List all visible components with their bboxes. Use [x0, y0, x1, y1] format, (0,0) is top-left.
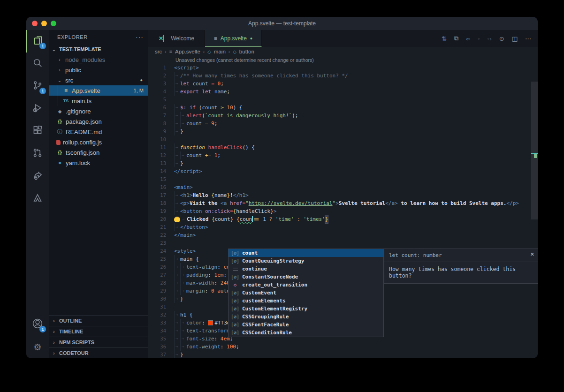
- code-line-22[interactable]: 22</main>: [148, 231, 538, 239]
- suggest-item-cssfontfacerule[interactable]: [∅]CSSFontFaceRule: [229, 321, 383, 329]
- code-line-8[interactable]: 8→→count = 9;: [148, 120, 538, 128]
- tree-item-package-json[interactable]: {}package.json: [49, 116, 148, 127]
- code-line-16[interactable]: 16<main>: [148, 183, 538, 191]
- code-line-21[interactable]: 21→</button>: [148, 223, 538, 231]
- tab-welcome[interactable]: ✕▏Welcome: [148, 30, 205, 47]
- tree-item-src[interactable]: ⌄src●: [49, 75, 148, 85]
- sidebar-panel-label: TIMELINE: [59, 329, 83, 334]
- code-line-6[interactable]: 6→$: if (count ≥ 10) {: [148, 104, 538, 112]
- suggest-item-cssconditionrule[interactable]: [∅]CSSConditionRule: [229, 329, 383, 337]
- code-line-37[interactable]: 37→}: [148, 351, 538, 358]
- suggest-docs-description: How many times has someone clicked this …: [384, 262, 538, 283]
- tree-item--gitignore[interactable]: ◆.gitignore: [49, 106, 148, 116]
- tab-app-svelte[interactable]: ≡App.svelte●: [205, 30, 262, 47]
- code-line-7[interactable]: 7→→alert(`count is dangerously high!`);: [148, 112, 538, 120]
- tree-item-label: main.ts: [72, 98, 91, 105]
- suggest-item-create_out_transition[interactable]: ◇create_out_transition: [229, 281, 383, 289]
- vertical-scrollbar[interactable]: [531, 82, 538, 219]
- suggest-item-customelements[interactable]: [∅]customElements: [229, 297, 383, 305]
- suggest-item-count[interactable]: [∅]count: [229, 249, 383, 257]
- suggest-item-customevent[interactable]: [∅]CustomEvent: [229, 289, 383, 297]
- code-line-17[interactable]: 17→<h1>Hello {name}!</h1>: [148, 191, 538, 199]
- code-line-13[interactable]: 13→}: [148, 159, 538, 167]
- close-icon[interactable]: ✕: [530, 251, 534, 257]
- activity-item-search[interactable]: [26, 53, 49, 75]
- tree-item-readme-md[interactable]: ⓘREADME.md: [49, 127, 148, 137]
- breadcrumb: src›≡App.svelte›◇main›◇button: [148, 47, 538, 56]
- workspace-section-header[interactable]: ⌄ TEST-TEMPLATE: [49, 44, 148, 54]
- line-number: 22: [148, 231, 166, 239]
- suggest-item-constantsourcenode[interactable]: [∅]ConstantSourceNode: [229, 273, 383, 281]
- current-change-icon[interactable]: ◦: [478, 35, 480, 42]
- sidebar-panel-timeline[interactable]: ›TIMELINE: [49, 326, 148, 337]
- tree-item-label: package.json: [66, 118, 102, 125]
- tree-item-main-ts[interactable]: TSmain.ts: [49, 96, 148, 106]
- code-line-20[interactable]: 20→Clicked {count} {coun≡ 1 ? 'time' : '…: [148, 215, 538, 223]
- file-history-icon[interactable]: ⊙: [499, 35, 504, 42]
- github-pull-requests-icon: [32, 148, 43, 160]
- code-line-10[interactable]: 10: [148, 136, 538, 143]
- code-line-12[interactable]: 12→→count += 1;: [148, 151, 538, 159]
- suggest-item-cssgroupingrule[interactable]: [∅]CSSGroupingRule: [229, 313, 383, 321]
- breadcrumb-item[interactable]: button: [239, 49, 254, 54]
- toggle-inline-diff-icon[interactable]: ⇅: [442, 35, 447, 42]
- vscode-window: App.svelte — test-template 111⚙ EXPLORER…: [26, 17, 538, 358]
- zoom-window-button[interactable]: [51, 21, 56, 26]
- sidebar-panel-codetour[interactable]: ›CODETOUR: [49, 347, 148, 358]
- code-line-36[interactable]: 36→→font-weight: 100;: [148, 343, 538, 351]
- sidebar-panel-npm-scripts[interactable]: ›NPM SCRIPTS: [49, 337, 148, 347]
- tree-item-tsconfig-json[interactable]: {}tsconfig.json: [49, 147, 148, 158]
- line-number: 10: [148, 136, 166, 143]
- lightbulb-icon[interactable]: [174, 217, 180, 222]
- activity-item-github-pull-requests[interactable]: [26, 143, 49, 165]
- tree-item-yarn-lock[interactable]: ●yarn.lock: [49, 158, 148, 168]
- open-changes-icon[interactable]: ⧉: [454, 35, 458, 42]
- code-line-9[interactable]: 9→}: [148, 128, 538, 136]
- code-line-23[interactable]: 23: [148, 239, 538, 247]
- activity-item-explorer[interactable]: 1: [26, 30, 49, 53]
- code-editor[interactable]: Unsaved changes (cannot determine recent…: [148, 56, 538, 358]
- tab-whitespace: →: [174, 223, 180, 231]
- tree-item-node-modules[interactable]: ›node_modules: [49, 54, 148, 65]
- breadcrumb-item[interactable]: App.svelte: [175, 49, 200, 54]
- code-line-18[interactable]: 18→<p>Visit the <a href="https://svelte.…: [148, 199, 538, 207]
- tree-item-rollup-config-js[interactable]: rollup.config.js: [49, 137, 148, 147]
- activity-item-source-control[interactable]: 1: [26, 75, 49, 98]
- activity-item-azure[interactable]: [26, 188, 49, 210]
- code-line-14[interactable]: 14</script>: [148, 167, 538, 175]
- breadcrumb-item[interactable]: src: [155, 49, 162, 54]
- screen: App.svelte — test-template 111⚙ EXPLORER…: [0, 0, 564, 392]
- suggest-item-continue[interactable]: continue: [229, 265, 383, 273]
- activity-item-extensions[interactable]: [26, 120, 49, 143]
- azure-icon: [32, 193, 43, 205]
- code-line-19[interactable]: 19→<button on:click={handleClick}>: [148, 207, 538, 215]
- suggest-item-customelementregistry[interactable]: [∅]CustomElementRegistry: [229, 305, 383, 313]
- gitlens-blame-annotation: Unsaved changes (cannot determine recent…: [148, 56, 538, 64]
- code-line-4[interactable]: 4→export let name;: [148, 88, 538, 96]
- tree-item-app-svelte[interactable]: ≡App.svelte1, M: [49, 85, 148, 96]
- code-line-5[interactable]: 5: [148, 96, 538, 104]
- code-line-3[interactable]: 3→let count = 0;: [148, 80, 538, 88]
- explorer-more-actions-icon[interactable]: ···: [136, 33, 144, 41]
- minimize-window-button[interactable]: [41, 21, 47, 26]
- close-window-button[interactable]: [32, 21, 38, 26]
- previous-change-icon[interactable]: ‹◦: [466, 35, 470, 42]
- split-editor-icon[interactable]: ◫: [512, 35, 518, 42]
- breadcrumb-item[interactable]: main: [214, 49, 226, 54]
- code-line-1[interactable]: 1<script>: [148, 64, 538, 72]
- suggest-item-countqueuingstrategy[interactable]: [∅]CountQueuingStrategy: [229, 257, 383, 265]
- tab-whitespace: →: [180, 335, 186, 343]
- code-line-11[interactable]: 11→function handleClick() {: [148, 143, 538, 151]
- code-line-2[interactable]: 2→/** How many times has someone clicked…: [148, 72, 538, 80]
- activity-item-run-debug[interactable]: [26, 98, 49, 120]
- activity-item-account[interactable]: 1: [26, 313, 49, 336]
- keyword-icon: [233, 267, 238, 271]
- more-actions-icon[interactable]: ⋯: [525, 35, 531, 42]
- activity-item-settings-gear[interactable]: ⚙: [26, 336, 49, 358]
- activity-item-live-share[interactable]: [26, 165, 49, 188]
- next-change-icon[interactable]: ◦›: [488, 35, 492, 42]
- sidebar-panel-outline[interactable]: ›OUTLINE: [49, 315, 148, 326]
- code-line-15[interactable]: 15: [148, 175, 538, 183]
- variable-icon: [∅]: [231, 290, 239, 295]
- tree-item-public[interactable]: ›public: [49, 65, 148, 75]
